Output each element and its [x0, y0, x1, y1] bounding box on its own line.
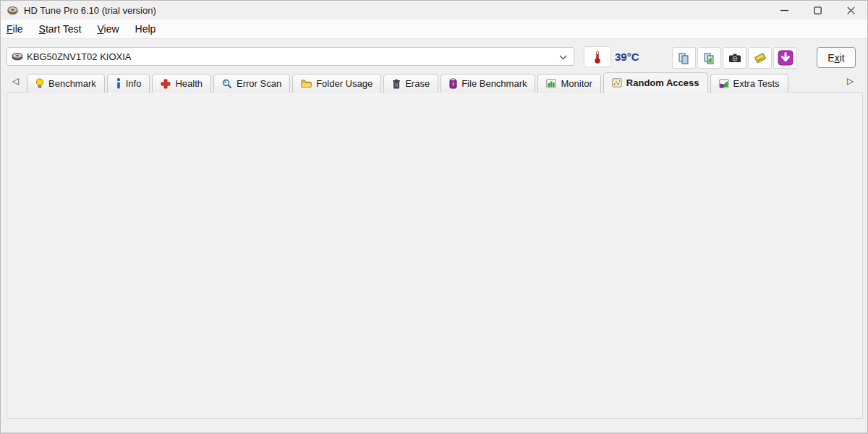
menu-help[interactable]: Help: [127, 23, 164, 35]
tab-label: Info: [126, 78, 142, 89]
tab-error-scan[interactable]: Error Scan: [213, 74, 290, 93]
tab-bar: Benchmark Info Health Error Scan Folder …: [27, 73, 788, 93]
app-disk-icon: [7, 5, 18, 16]
tab-label: Benchmark: [48, 78, 96, 89]
monitor-chart-icon: [546, 79, 556, 88]
tab-label: Random Access: [626, 77, 699, 88]
file-benchmark-icon: [449, 78, 457, 89]
tab-benchmark[interactable]: Benchmark: [27, 74, 105, 93]
download-button[interactable]: [773, 47, 797, 69]
tab-file-benchmark[interactable]: File Benchmark: [441, 74, 535, 93]
close-button[interactable]: [834, 1, 867, 20]
download-icon: [778, 50, 793, 66]
tab-folder-usage[interactable]: Folder Usage: [292, 74, 381, 93]
tab-label: Health: [175, 78, 203, 89]
magnifier-icon: [222, 79, 232, 89]
drive-disk-icon: [12, 52, 23, 61]
screenshot-button[interactable]: [723, 47, 746, 69]
toolbar-buttons: [672, 47, 797, 69]
window-title: HD Tune Pro 6.10 (trial version): [24, 5, 156, 16]
drive-name: KBG50ZNV1T02 KIOXIA: [27, 51, 132, 62]
scatter-chart-icon: [612, 78, 622, 88]
random-access-panel: [7, 92, 863, 419]
thermometer-icon: [594, 51, 601, 64]
tab-label: Monitor: [561, 78, 592, 89]
tab-scroll-right-icon[interactable]: ▷: [847, 76, 854, 86]
lightbulb-icon: [35, 78, 44, 89]
health-cross-icon: [161, 79, 171, 89]
tab-info[interactable]: Info: [107, 74, 150, 93]
menu-view[interactable]: View: [89, 23, 127, 35]
window-bottom-edge: [1, 432, 868, 433]
tab-label: Extra Tests: [733, 78, 780, 89]
save-results-button[interactable]: [748, 47, 772, 69]
tab-monitor[interactable]: Monitor: [537, 74, 600, 93]
hdtune-window: HD Tune Pro 6.10 (trial version) File St…: [0, 0, 868, 434]
folder-icon: [301, 79, 312, 88]
extra-tests-icon: [719, 79, 729, 88]
tab-health[interactable]: Health: [152, 74, 211, 93]
maximize-button[interactable]: [801, 1, 834, 20]
copy-image-button[interactable]: [697, 47, 721, 69]
exit-button[interactable]: Exit: [817, 47, 856, 68]
menu-bar: File Start Test View Help: [1, 20, 867, 39]
tab-label: Folder Usage: [316, 78, 373, 89]
camera-icon: [728, 53, 741, 63]
temperature-value: 39°C: [615, 51, 639, 63]
tab-random-access[interactable]: Random Access: [603, 72, 708, 93]
temperature-button[interactable]: [584, 46, 611, 67]
copy-button[interactable]: [672, 47, 696, 69]
chevron-down-icon: [559, 55, 567, 60]
copy-icon: [678, 52, 690, 64]
info-icon: [116, 78, 122, 89]
tab-label: Error Scan: [237, 78, 281, 89]
minimize-button[interactable]: [767, 1, 801, 20]
exit-button-label: Exit: [827, 52, 844, 64]
tab-scroll-left-icon[interactable]: ◁: [12, 76, 19, 86]
title-bar: HD Tune Pro 6.10 (trial version): [1, 1, 867, 20]
menu-start-test[interactable]: Start Test: [31, 23, 90, 35]
tab-label: Erase: [405, 78, 430, 89]
tab-extra-tests[interactable]: Extra Tests: [710, 74, 788, 93]
menu-file[interactable]: File: [1, 23, 31, 35]
tab-erase[interactable]: Erase: [383, 74, 438, 93]
trash-icon: [392, 79, 401, 89]
save-icon: [754, 52, 767, 64]
drive-selector[interactable]: KBG50ZNV1T02 KIOXIA: [7, 47, 574, 66]
tab-label: File Benchmark: [461, 78, 527, 89]
copy-image-icon: [703, 52, 715, 64]
